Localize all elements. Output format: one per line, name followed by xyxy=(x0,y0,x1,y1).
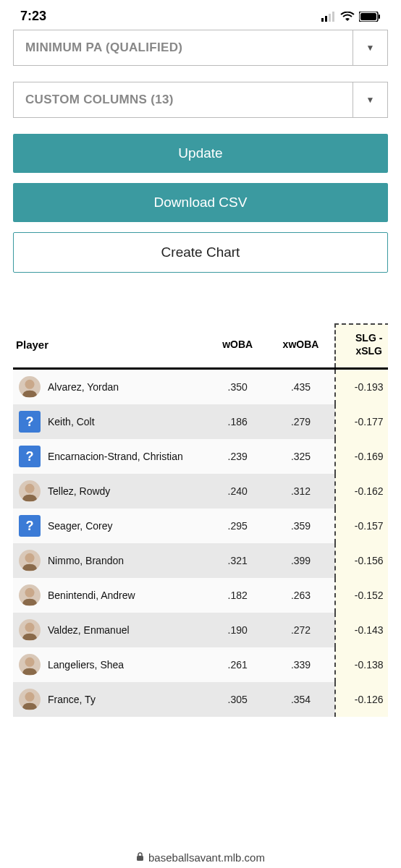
battery-icon xyxy=(359,12,381,22)
woba-cell: .261 xyxy=(208,647,267,682)
avatar-placeholder-icon: ? xyxy=(19,411,41,433)
svg-rect-1 xyxy=(325,16,327,22)
player-name: Langeliers, Shea xyxy=(48,659,124,671)
svg-rect-3 xyxy=(332,12,334,22)
woba-cell: .305 xyxy=(208,682,267,717)
lock-icon xyxy=(136,852,144,864)
custom-columns-dropdown[interactable]: CUSTOM COLUMNS (13) ▼ xyxy=(13,82,388,118)
svg-point-9 xyxy=(25,553,34,563)
player-cell: Tellez, Rowdy xyxy=(13,474,208,509)
player-name: Nimmo, Brandon xyxy=(48,555,124,566)
xwoba-cell: .279 xyxy=(267,404,335,439)
player-name: France, Ty xyxy=(48,694,96,705)
player-cell: Nimmo, Brandon xyxy=(13,543,208,578)
xwoba-cell: .359 xyxy=(267,509,335,543)
svg-point-13 xyxy=(25,692,34,702)
player-name: Tellez, Rowdy xyxy=(48,485,110,497)
create-chart-button[interactable]: Create Chart xyxy=(13,232,388,273)
slg-xslg-cell: -0.126 xyxy=(335,682,388,717)
svg-rect-2 xyxy=(329,14,331,22)
table-row[interactable]: Benintendi, Andrew.182.263-0.152 xyxy=(13,578,388,613)
woba-cell: .182 xyxy=(208,578,267,613)
player-avatar xyxy=(19,619,41,641)
woba-cell: .239 xyxy=(208,439,267,474)
table-row[interactable]: Alvarez, Yordan.350.435-0.193 xyxy=(13,369,388,405)
stats-table-wrap: Player wOBA xwOBA SLG - xSLG S S Alvarez… xyxy=(13,323,388,717)
svg-rect-6 xyxy=(379,14,380,19)
xwoba-cell: .339 xyxy=(267,647,335,682)
table-row[interactable]: ?Keith, Colt.186.279-0.177 xyxy=(13,404,388,439)
minimum-pa-dropdown[interactable]: MINIMUM PA (QUALIFIED) ▼ xyxy=(13,30,388,66)
slg-xslg-cell: -0.157 xyxy=(335,509,388,543)
woba-cell: .186 xyxy=(208,404,267,439)
woba-cell: .295 xyxy=(208,509,267,543)
woba-cell: .190 xyxy=(208,613,267,647)
table-row[interactable]: France, Ty.305.354-0.126 xyxy=(13,682,388,717)
player-cell: Valdez, Enmanuel xyxy=(13,613,208,647)
xwoba-cell: .399 xyxy=(267,543,335,578)
player-name: Benintendi, Andrew xyxy=(48,590,135,601)
woba-cell: .240 xyxy=(208,474,267,509)
player-cell: Alvarez, Yordan xyxy=(13,370,208,404)
svg-point-8 xyxy=(25,484,34,493)
wifi-icon xyxy=(340,12,355,22)
avatar-placeholder-icon: ? xyxy=(19,515,41,537)
status-indicators xyxy=(321,12,381,22)
chevron-down-icon: ▼ xyxy=(353,82,387,117)
svg-rect-5 xyxy=(360,13,376,20)
table-row[interactable]: Tellez, Rowdy.240.312-0.162 xyxy=(13,474,388,509)
player-avatar xyxy=(19,376,41,398)
slg-xslg-cell: -0.177 xyxy=(335,404,388,439)
player-cell: France, Ty xyxy=(13,682,208,717)
woba-cell: .321 xyxy=(208,543,267,578)
table-header-row: Player wOBA xwOBA SLG - xSLG S S xyxy=(13,324,388,369)
table-row[interactable]: ?Seager, Corey.295.359-0.157 xyxy=(13,509,388,543)
slg-xslg-cell: -0.193 xyxy=(335,369,388,405)
slg-xslg-cell: -0.156 xyxy=(335,543,388,578)
xwoba-cell: .354 xyxy=(267,682,335,717)
table-row[interactable]: Langeliers, Shea.261.339-0.138 xyxy=(13,647,388,682)
player-name: Encarnacion-Strand, Christian xyxy=(48,451,183,462)
col-woba[interactable]: wOBA xyxy=(208,324,267,369)
svg-point-10 xyxy=(25,588,34,597)
slg-xslg-cell: -0.169 xyxy=(335,439,388,474)
xwoba-cell: .263 xyxy=(267,578,335,613)
cellular-icon xyxy=(321,12,336,22)
svg-rect-0 xyxy=(321,18,324,22)
col-slg-xslg[interactable]: SLG - xSLG xyxy=(335,324,388,369)
player-name: Valdez, Enmanuel xyxy=(48,624,130,636)
col-xwoba[interactable]: xwOBA xyxy=(267,324,335,369)
table-row[interactable]: Nimmo, Brandon.321.399-0.156 xyxy=(13,543,388,578)
browser-address-bar[interactable]: baseballsavant.mlb.com xyxy=(0,851,401,864)
slg-xslg-cell: -0.138 xyxy=(335,647,388,682)
status-bar: 7:23 xyxy=(0,0,401,30)
player-cell: ?Keith, Colt xyxy=(13,404,208,439)
download-csv-button[interactable]: Download CSV xyxy=(13,183,388,222)
col-player[interactable]: Player xyxy=(13,324,208,369)
update-button[interactable]: Update xyxy=(13,134,388,173)
svg-point-7 xyxy=(25,380,34,389)
player-avatar xyxy=(19,550,41,571)
player-name: Keith, Colt xyxy=(48,416,95,427)
table-row[interactable]: ?Encarnacion-Strand, Christian.239.325-0… xyxy=(13,439,388,474)
chevron-down-icon: ▼ xyxy=(353,30,387,65)
player-cell: ?Encarnacion-Strand, Christian xyxy=(13,439,208,474)
xwoba-cell: .312 xyxy=(267,474,335,509)
xwoba-cell: .435 xyxy=(267,369,335,405)
table-row[interactable]: Valdez, Enmanuel.190.272-0.143 xyxy=(13,613,388,647)
domain-text: baseballsavant.mlb.com xyxy=(148,851,265,864)
player-cell: Langeliers, Shea xyxy=(13,647,208,682)
player-cell: Benintendi, Andrew xyxy=(13,578,208,613)
player-name: Seager, Corey xyxy=(48,520,113,532)
player-avatar xyxy=(19,584,41,606)
player-name: Alvarez, Yordan xyxy=(48,381,119,393)
slg-xslg-cell: -0.152 xyxy=(335,578,388,613)
status-time: 7:23 xyxy=(20,9,46,24)
stats-table: Player wOBA xwOBA SLG - xSLG S S Alvarez… xyxy=(13,323,388,717)
svg-point-12 xyxy=(25,658,34,667)
svg-point-11 xyxy=(25,623,34,632)
svg-rect-14 xyxy=(137,856,143,861)
player-avatar xyxy=(19,480,41,502)
xwoba-cell: .325 xyxy=(267,439,335,474)
avatar-placeholder-icon: ? xyxy=(19,446,41,467)
